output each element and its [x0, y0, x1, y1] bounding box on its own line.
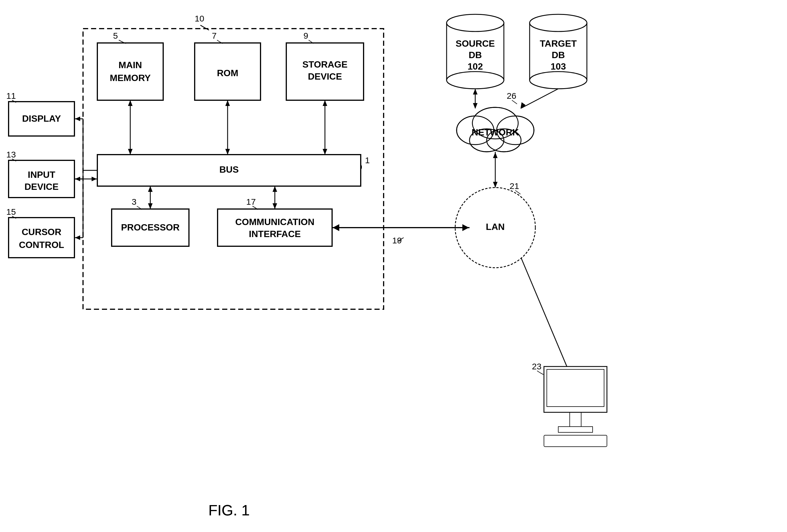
svg-line-59	[521, 258, 567, 366]
ref-19: 19	[392, 236, 402, 245]
computer-icon	[544, 366, 607, 447]
svg-point-52	[530, 14, 587, 31]
display-label: DISPLAY	[22, 113, 61, 124]
target-db-label2: DB	[552, 50, 565, 60]
svg-marker-25	[75, 235, 80, 240]
diagram: 10 BUS 1 MAIN MEMORY 5 ROM 7 STORAGE DEV…	[0, 0, 787, 532]
svg-marker-18	[75, 116, 80, 121]
svg-marker-20	[92, 177, 97, 181]
rom-label: ROM	[217, 68, 238, 78]
target-db: TARGET DB 103	[530, 14, 587, 89]
cursor-label1: CURSOR	[22, 227, 62, 237]
network-label: NETWORK	[471, 127, 519, 137]
source-db-label1: SOURCE	[456, 38, 495, 49]
svg-marker-27	[333, 224, 339, 231]
svg-point-49	[447, 14, 504, 31]
main-memory-box	[97, 43, 163, 100]
svg-rect-61	[547, 369, 604, 407]
svg-marker-2	[128, 100, 132, 106]
ref-7: 7	[212, 31, 217, 40]
target-db-label1: TARGET	[540, 38, 577, 49]
source-db: SOURCE DB 102	[447, 14, 504, 89]
ref-26: 26	[507, 91, 516, 101]
svg-marker-4	[225, 149, 230, 155]
main-memory-label2: MEMORY	[110, 73, 151, 83]
ref-17: 17	[246, 197, 256, 207]
svg-rect-60	[544, 366, 607, 412]
ref-21: 21	[510, 181, 519, 191]
ref-11: 11	[6, 91, 16, 101]
svg-marker-5	[225, 100, 230, 106]
svg-marker-55	[473, 103, 477, 109]
ref-9: 9	[303, 31, 308, 40]
comm-label2: INTERFACE	[249, 229, 301, 239]
svg-rect-62	[570, 412, 581, 427]
ref-5: 5	[113, 31, 118, 40]
lan-label: LAN	[486, 221, 505, 232]
svg-marker-14	[273, 186, 277, 192]
comm-interface-box	[218, 209, 332, 246]
ref-1: 1	[365, 155, 370, 165]
processor-label: PROCESSOR	[121, 222, 179, 233]
svg-marker-7	[323, 149, 327, 155]
source-db-label3: 102	[468, 61, 483, 71]
svg-marker-22	[75, 177, 80, 181]
comm-label1: COMMUNICATION	[235, 217, 315, 227]
svg-marker-10	[148, 203, 153, 209]
source-db-label2: DB	[469, 50, 482, 60]
svg-point-53	[530, 71, 587, 89]
svg-point-50	[447, 71, 504, 89]
svg-marker-8	[323, 100, 327, 106]
svg-marker-56	[473, 89, 477, 94]
storage-label1: STORAGE	[302, 59, 347, 69]
input-label2: DEVICE	[24, 182, 58, 192]
svg-marker-30	[493, 152, 497, 158]
bus-label: BUS	[219, 164, 239, 175]
svg-rect-64	[544, 435, 607, 447]
target-db-label3: 103	[551, 61, 566, 71]
cursor-control-box	[8, 218, 75, 258]
svg-marker-58	[520, 102, 526, 109]
svg-line-57	[521, 89, 558, 108]
ref-3: 3	[132, 197, 136, 207]
svg-text:FIG. 1: FIG. 1	[208, 502, 250, 518]
ref-23: 23	[532, 362, 541, 371]
ref-15: 15	[6, 207, 16, 216]
svg-marker-1	[128, 149, 132, 155]
svg-marker-13	[273, 203, 277, 209]
svg-marker-28	[462, 224, 469, 231]
svg-marker-11	[148, 186, 153, 192]
network-cloud: NETWORK	[456, 107, 534, 152]
main-memory-label: MAIN	[119, 60, 142, 70]
cursor-label2: CONTROL	[19, 240, 64, 250]
ref-13: 13	[6, 150, 16, 159]
storage-label2: DEVICE	[308, 71, 342, 82]
svg-marker-31	[493, 182, 497, 188]
input-label1: INPUT	[28, 170, 55, 180]
ref-10: 10	[195, 14, 204, 23]
svg-rect-63	[558, 427, 593, 432]
